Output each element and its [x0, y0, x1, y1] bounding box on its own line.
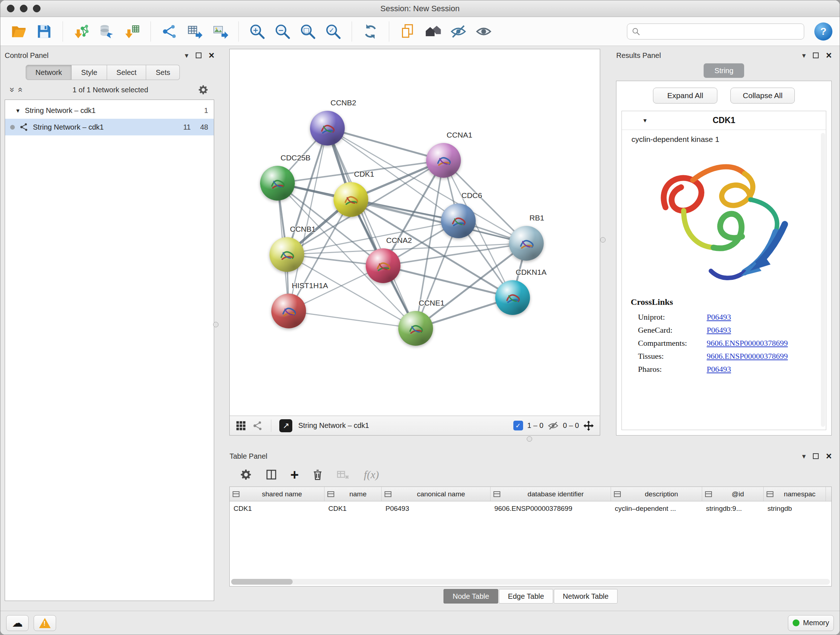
search-box[interactable] — [627, 24, 804, 40]
panel-close-icon[interactable] — [826, 51, 832, 60]
tab-edge-table[interactable]: Edge Table — [499, 589, 553, 603]
network-options-gear-icon[interactable] — [197, 84, 209, 96]
zoom-out-button[interactable]: − — [271, 20, 294, 43]
column-header-name[interactable]: name — [325, 487, 382, 501]
network-row-selected[interactable]: String Network – cdk1 11 48 — [5, 119, 214, 135]
zoom-in-button[interactable]: + — [246, 20, 268, 43]
network-canvas[interactable]: CCNB2CCNA1CDC25BCDK1CDC6RB1CCNB1CCNA2CDK… — [230, 49, 600, 416]
warnings-button[interactable] — [34, 615, 56, 631]
zoom-selected-button[interactable]: ✓ — [322, 20, 344, 43]
crosslink-link[interactable]: P06493 — [706, 312, 731, 322]
panel-close-icon[interactable] — [209, 51, 215, 60]
crosslink-link[interactable]: P06493 — [706, 364, 731, 374]
fit-content-move-icon[interactable] — [583, 420, 594, 431]
horizontal-splitter-handle[interactable] — [527, 436, 532, 442]
network-node-CDC25B[interactable] — [260, 166, 295, 201]
panel-float-icon[interactable] — [196, 52, 202, 58]
network-node-CCNE1[interactable] — [398, 311, 433, 346]
network-node-CDK1[interactable] — [333, 182, 368, 217]
select-columns-icon[interactable] — [265, 468, 278, 481]
cloud-status-button[interactable] — [6, 615, 28, 631]
panel-menu-icon[interactable] — [185, 52, 188, 59]
help-button[interactable]: ? — [814, 22, 832, 41]
titlebar: Session: New Session — [0, 0, 840, 17]
tab-string[interactable]: String — [704, 63, 744, 78]
network-node-label: CDK1 — [354, 170, 374, 179]
entry-expander-icon[interactable]: ▼ — [642, 117, 647, 124]
search-input[interactable] — [643, 27, 799, 35]
export-table-button[interactable] — [183, 20, 206, 43]
crosslink-link[interactable]: P06493 — [706, 325, 731, 335]
collapse-all-button[interactable]: Collapse All — [730, 88, 795, 103]
tab-node-table[interactable]: Node Table — [444, 589, 498, 603]
network-node-label: CDC6 — [461, 191, 482, 200]
tab-style[interactable]: Style — [72, 65, 107, 80]
tab-sets[interactable]: Sets — [146, 65, 180, 80]
detach-view-icon[interactable] — [279, 419, 292, 432]
import-table-file-button[interactable] — [121, 20, 143, 43]
refresh-view-button[interactable] — [359, 20, 382, 43]
protein-ribbon-icon — [432, 149, 455, 172]
memory-button[interactable]: Memory — [788, 615, 834, 631]
column-header-description[interactable]: description — [611, 487, 702, 501]
network-edge[interactable] — [327, 128, 444, 160]
table-row[interactable]: CDK1CDK1P064939606.ENSP00000378699cyclin… — [230, 501, 831, 516]
vertical-splitter-handle[interactable] — [213, 322, 218, 327]
open-session-button[interactable] — [8, 20, 30, 43]
control-panel-tabs: NetworkStyleSelectSets — [26, 65, 214, 80]
column-header-namespac[interactable]: namespac — [764, 487, 826, 501]
export-image-button[interactable] — [209, 20, 231, 43]
panel-float-icon[interactable] — [813, 453, 819, 459]
network-node-CCNB1[interactable] — [270, 237, 304, 272]
network-node-CDC6[interactable] — [441, 203, 476, 238]
network-node-RB1[interactable] — [509, 226, 544, 261]
vertical-splitter-handle[interactable] — [600, 237, 606, 242]
panel-menu-icon[interactable] — [802, 453, 806, 460]
hidden-items-eye-icon[interactable] — [548, 420, 559, 431]
crosslink-link[interactable]: 9606.ENSP00000378699 — [706, 352, 788, 361]
tab-network[interactable]: Network — [26, 65, 72, 80]
export-network-button[interactable] — [158, 20, 180, 43]
save-session-button[interactable] — [33, 20, 55, 43]
network-node-CCNB2[interactable] — [310, 111, 345, 146]
scrollbar-thumb[interactable] — [231, 579, 293, 585]
network-node-HIST1H1A[interactable] — [271, 294, 306, 328]
column-header-canonical-name[interactable]: canonical name — [382, 487, 491, 501]
network-collection-row[interactable]: ▼ String Network – cdk1 1 — [5, 102, 214, 119]
panel-menu-icon[interactable] — [802, 52, 806, 59]
selected-items-checkbox-icon[interactable] — [513, 421, 523, 431]
column-header-database-identifier[interactable]: database identifier — [491, 487, 611, 501]
zoom-fit-button[interactable]: □ — [297, 20, 319, 43]
panel-close-icon[interactable] — [826, 451, 832, 461]
table-horizontal-scrollbar[interactable] — [231, 579, 830, 585]
tab-select[interactable]: Select — [107, 65, 147, 80]
show-all-button[interactable] — [472, 20, 495, 43]
import-network-database-button[interactable] — [95, 20, 118, 43]
crosslink-link[interactable]: 9606.ENSP00000378699 — [706, 339, 788, 348]
function-builder-icon[interactable]: f(x) — [364, 469, 379, 481]
results-scrollbar[interactable] — [821, 133, 825, 427]
table-settings-gear-icon[interactable] — [240, 468, 253, 481]
expand-all-networks-icon[interactable]: « — [16, 87, 25, 92]
home-views-button[interactable] — [422, 20, 444, 43]
import-network-file-button[interactable] — [70, 20, 93, 43]
network-node-CCNA2[interactable] — [366, 249, 401, 283]
delete-column-icon[interactable] — [311, 468, 324, 481]
panel-float-icon[interactable] — [813, 52, 819, 58]
network-edge[interactable] — [327, 128, 416, 328]
network-node-CCNA1[interactable] — [426, 143, 461, 178]
network-node-CDKN1A[interactable] — [495, 280, 530, 315]
grid-view-icon[interactable] — [235, 420, 246, 431]
column-header--id[interactable]: @id — [702, 487, 764, 501]
expand-all-button[interactable]: Expand All — [653, 88, 717, 103]
zoom-out-icon: − — [274, 23, 291, 40]
collapse-all-networks-icon[interactable]: » — [8, 87, 17, 92]
tree-expander-icon[interactable]: ▼ — [15, 108, 21, 114]
tab-network-table[interactable]: Network Table — [554, 589, 617, 603]
add-column-icon[interactable]: + — [290, 467, 298, 482]
column-header-shared-name[interactable]: shared name — [230, 487, 325, 501]
hide-selected-button[interactable] — [447, 20, 470, 43]
birds-eye-view-icon[interactable] — [252, 420, 263, 431]
network-edge[interactable] — [289, 311, 416, 328]
copy-document-button[interactable] — [396, 20, 419, 43]
